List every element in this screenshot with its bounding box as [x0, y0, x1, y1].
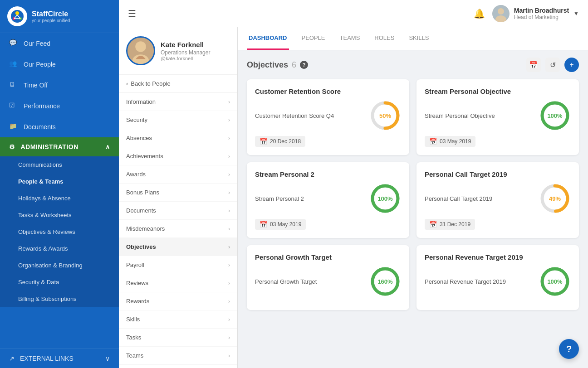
nav-menu-item-rewards[interactable]: Rewards› — [119, 292, 237, 310]
donut-chart: 100% — [539, 100, 571, 131]
donut-chart: 49% — [539, 183, 571, 214]
svg-point-1 — [15, 11, 19, 15]
sidebar-sub-item-holidays-absence[interactable]: Holidays & Absence — [0, 190, 119, 207]
calendar-action-button[interactable]: 📅 — [526, 58, 541, 72]
sidebar-item-label: Documents — [24, 123, 56, 131]
objective-card-label: Stream Personal 2 — [255, 195, 369, 202]
tab-dashboard[interactable]: DASHBOARD — [247, 27, 289, 50]
logo-name: StaffCircle — [32, 10, 70, 18]
objective-card-card3[interactable]: Stream Personal 2 Stream Personal 2 100%… — [247, 162, 409, 238]
date-badge: 📅 20 Dec 2018 — [255, 136, 305, 147]
objectives-grid: Customer Retention Score Customer Retent… — [247, 79, 579, 310]
objective-card-card2[interactable]: Stream Personal Objective Stream Persona… — [416, 79, 579, 155]
admin-label: ADMINISTRATION — [21, 143, 78, 150]
objectives-title-text: Objectives — [247, 60, 288, 70]
notification-bell-icon[interactable]: 🔔 — [474, 8, 485, 19]
donut-chart: 100% — [369, 183, 401, 214]
hamburger-button[interactable]: ☰ — [128, 8, 136, 19]
objective-card-card4[interactable]: Personal Call Target 2019 Personal Call … — [416, 162, 579, 238]
date-badge: 📅 31 Dec 2019 — [425, 219, 475, 230]
checkmark-icon: ☑ — [9, 102, 18, 111]
nav-menu-item-tasks[interactable]: Tasks› — [119, 329, 237, 347]
nav-menu-item-absences[interactable]: Absences› — [119, 129, 237, 147]
tab-teams[interactable]: TEAMS — [338, 27, 362, 50]
nav-menu-item-reviews[interactable]: Reviews› — [119, 274, 237, 292]
objective-card-card5[interactable]: Personal Growth Target Personal Growth T… — [247, 245, 409, 310]
calendar-date-icon: 📅 — [260, 221, 267, 228]
calendar-icon: 🖥 — [9, 81, 18, 90]
refresh-action-button[interactable]: ↺ — [545, 58, 560, 72]
donut-label: 100% — [547, 112, 562, 119]
sidebar-nav: 💬 Our Feed 👥 Our People 🖥 Time Off ☑ Per… — [0, 33, 119, 349]
sidebar-item-our-feed[interactable]: 💬 Our Feed — [0, 33, 119, 54]
sidebar-item-label: Our People — [24, 61, 56, 68]
sidebar-item-performance[interactable]: ☑ Performance — [0, 96, 119, 116]
nav-menu-item-bonus-plans[interactable]: Bonus Plans› — [119, 184, 237, 202]
profile-role: Operations Manager — [161, 49, 210, 56]
sidebar-sub-item-tasks-worksheets[interactable]: Tasks & Worksheets — [0, 207, 119, 223]
chevron-right-icon: › — [228, 280, 230, 286]
help-fab-button[interactable]: ? — [559, 339, 579, 359]
objective-card-body: Stream Personal Objective 100% — [425, 100, 571, 131]
objectives-count: 6 — [292, 60, 296, 70]
nav-menu-item-payroll[interactable]: Payroll› — [119, 256, 237, 274]
user-dropdown-icon[interactable]: ▼ — [573, 10, 579, 17]
tab-people[interactable]: PEOPLE — [300, 27, 327, 50]
objective-card-card1[interactable]: Customer Retention Score Customer Retent… — [247, 79, 409, 155]
sidebar-sub-item-objectives-reviews[interactable]: Objectives & Reviews — [0, 223, 119, 240]
objectives-header: Objectives 6 ? 📅 ↺ + — [247, 58, 579, 72]
add-objective-button[interactable]: + — [564, 58, 579, 72]
back-label: Back to People — [131, 80, 170, 87]
user-section[interactable]: Martin Broadhurst Head of Marketing ▼ — [492, 5, 579, 22]
chevron-up-icon: ∧ — [105, 143, 110, 150]
calendar-date-icon: 📅 — [429, 138, 437, 145]
sidebar-sub-item-security-data[interactable]: Security & Data — [0, 274, 119, 291]
donut-chart: 100% — [539, 266, 571, 297]
sidebar-sub-item-rewards-awards[interactable]: Rewards & Awards — [0, 240, 119, 257]
left-panel: Kate Forknell Operations Manager @kate-f… — [119, 27, 238, 368]
sidebar-item-label: Time Off — [24, 82, 48, 89]
objective-card-body: Customer Retention Score Q4 50% — [255, 100, 401, 131]
chevron-right-icon: › — [228, 298, 230, 305]
nav-menu-item-security[interactable]: Security› — [119, 111, 237, 129]
nav-menu-item-teams[interactable]: Teams› — [119, 347, 237, 365]
sidebar-sub-item-people-teams[interactable]: People & Teams — [0, 173, 119, 190]
calendar-date-icon: 📅 — [260, 138, 267, 145]
objective-card-label: Stream Personal Objective — [425, 112, 539, 119]
nav-menu-item-information[interactable]: Information› — [119, 93, 237, 111]
chevron-right-icon: › — [228, 353, 230, 359]
sidebar-item-documents[interactable]: 📁 Documents — [0, 116, 119, 137]
sidebar-item-our-people[interactable]: 👥 Our People — [0, 54, 119, 75]
gear-icon: ⚙ — [9, 143, 15, 150]
nav-menu-item-awards[interactable]: Awards› — [119, 165, 237, 184]
date-badge: 📅 03 May 2019 — [255, 219, 306, 230]
chevron-right-icon: › — [228, 117, 230, 123]
help-icon[interactable]: ? — [300, 61, 308, 69]
sidebar: StaffCircle your people unified 💬 Our Fe… — [0, 0, 119, 368]
back-to-people[interactable]: ‹ Back to People — [119, 75, 237, 93]
admin-section-header[interactable]: ⚙ ADMINISTRATION ∧ — [0, 137, 119, 156]
chevron-right-icon: › — [228, 244, 230, 250]
nav-menu-item-achievements[interactable]: Achievements› — [119, 147, 237, 165]
objective-card-title: Personal Revenue Target 2019 — [425, 253, 571, 261]
objective-card-label: Customer Retention Score Q4 — [255, 112, 369, 119]
nav-menu-item-skills[interactable]: Skills› — [119, 310, 237, 329]
avatar — [492, 5, 510, 22]
tab-skills[interactable]: SKILLS — [407, 27, 431, 50]
nav-menu-item-documents[interactable]: Documents› — [119, 202, 237, 220]
user-name: Martin Broadhurst — [514, 7, 569, 14]
objective-card-card6[interactable]: Personal Revenue Target 2019 Personal Re… — [416, 245, 579, 310]
donut-label: 50% — [379, 112, 391, 119]
sidebar-footer[interactable]: ↗ EXTERNAL LINKS ∨ — [0, 349, 119, 368]
donut-label: 100% — [547, 278, 562, 285]
sidebar-sub-item-billing-subscriptions[interactable]: Billing & Subscriptions — [0, 291, 119, 307]
sidebar-item-time-off[interactable]: 🖥 Time Off — [0, 75, 119, 96]
nav-menu-item-objectives[interactable]: Objectives› — [119, 238, 237, 256]
nav-menu-item-misdemeanors[interactable]: Misdemeanors› — [119, 220, 237, 238]
sidebar-sub-item-organisation-branding[interactable]: Organisation & Branding — [0, 257, 119, 274]
tab-roles[interactable]: ROLES — [372, 27, 396, 50]
date-badge: 📅 03 May 2019 — [425, 136, 475, 147]
nav-menu: Information›Security›Absences›Achievemen… — [119, 93, 237, 365]
sidebar-sub-item-communications[interactable]: Communications — [0, 156, 119, 173]
chevron-right-icon: › — [228, 316, 230, 323]
